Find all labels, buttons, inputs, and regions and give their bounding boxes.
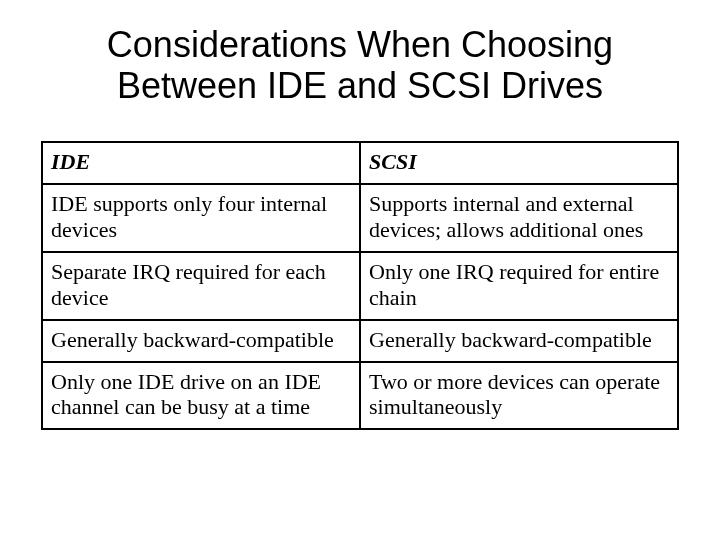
table-header-row: IDE SCSI — [42, 142, 678, 184]
table-row: Generally backward-compatible Generally … — [42, 320, 678, 362]
col-header-scsi: SCSI — [360, 142, 678, 184]
cell-ide: IDE supports only four internal devices — [42, 184, 360, 252]
table-row: Separate IRQ required for each device On… — [42, 252, 678, 320]
cell-ide: Only one IDE drive on an IDE channel can… — [42, 362, 360, 430]
cell-ide: Separate IRQ required for each device — [42, 252, 360, 320]
table-row: Only one IDE drive on an IDE channel can… — [42, 362, 678, 430]
cell-scsi: Supports internal and external devices; … — [360, 184, 678, 252]
comparison-table: IDE SCSI IDE supports only four internal… — [41, 141, 679, 431]
slide: Considerations When Choosing Between IDE… — [0, 0, 720, 540]
cell-scsi: Two or more devices can operate simultan… — [360, 362, 678, 430]
page-title: Considerations When Choosing Between IDE… — [40, 24, 680, 107]
cell-ide: Generally backward-compatible — [42, 320, 360, 362]
cell-scsi: Generally backward-compatible — [360, 320, 678, 362]
col-header-ide: IDE — [42, 142, 360, 184]
cell-scsi: Only one IRQ required for entire chain — [360, 252, 678, 320]
table-row: IDE supports only four internal devices … — [42, 184, 678, 252]
